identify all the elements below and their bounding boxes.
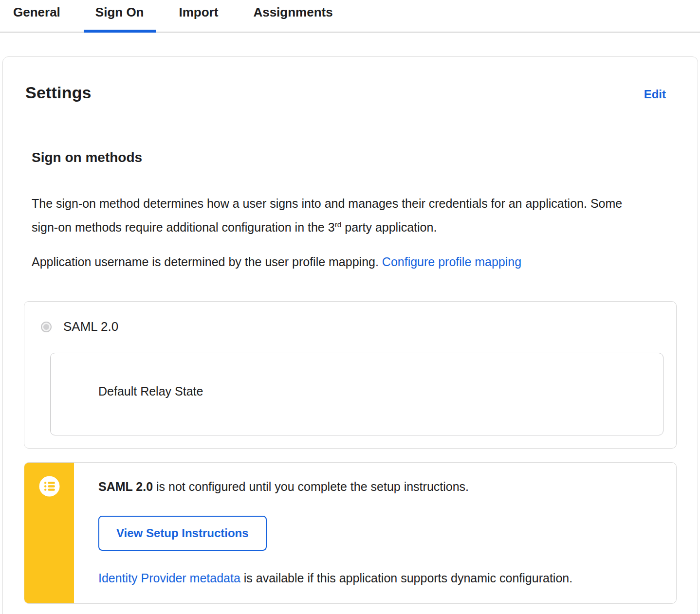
- description-text-2: party application.: [341, 220, 437, 234]
- saml-radio-label: SAML 2.0: [63, 319, 118, 334]
- tab-general[interactable]: General: [1, 0, 72, 32]
- configure-profile-mapping-link[interactable]: Configure profile mapping: [382, 255, 521, 269]
- saml-radio-row: SAML 2.0: [38, 319, 663, 334]
- callout-body: SAML 2.0 is not configured until you com…: [74, 463, 676, 603]
- callout-accent-strip: [24, 463, 74, 603]
- view-setup-instructions-button[interactable]: View Setup Instructions: [98, 516, 267, 551]
- card-header: Settings Edit: [24, 83, 677, 102]
- callout-app-name: SAML 2.0: [98, 480, 153, 493]
- identity-provider-metadata-link[interactable]: Identity Provider metadata: [98, 571, 240, 585]
- saml-radio-button[interactable]: [41, 322, 52, 332]
- tab-import[interactable]: Import: [167, 0, 230, 32]
- description-text-1: The sign-on method determines how a user…: [32, 197, 622, 234]
- page-title: Settings: [25, 83, 92, 102]
- metadata-line: Identity Provider metadata is available …: [98, 570, 657, 586]
- metadata-availability-text: is available if this application support…: [240, 571, 572, 585]
- tab-sign-on[interactable]: Sign On: [84, 0, 156, 32]
- tab-bar: General Sign On Import Assignments: [0, 0, 700, 33]
- settings-card: Settings Edit Sign on methods The sign-o…: [2, 56, 698, 614]
- edit-link[interactable]: Edit: [644, 88, 666, 101]
- callout-message-text: is not configured until you complete the…: [153, 480, 469, 493]
- default-relay-state-label: Default Relay State: [98, 384, 203, 398]
- radio-dot: [43, 324, 49, 330]
- setup-instructions-callout: SAML 2.0 is not configured until you com…: [24, 462, 677, 604]
- list-icon: [39, 476, 60, 497]
- sign-on-methods-heading: Sign on methods: [32, 150, 677, 165]
- profile-mapping-text: Application username is determined by th…: [32, 255, 382, 269]
- ordinal-superscript: rd: [335, 220, 342, 229]
- sign-on-method-description: The sign-on method determines how a user…: [32, 192, 647, 239]
- profile-mapping-line: Application username is determined by th…: [32, 250, 647, 274]
- tab-assignments[interactable]: Assignments: [241, 0, 344, 32]
- saml-method-box: SAML 2.0 Default Relay State: [24, 301, 677, 449]
- relay-state-panel: Default Relay State: [50, 353, 663, 435]
- not-configured-message: SAML 2.0 is not configured until you com…: [98, 479, 657, 494]
